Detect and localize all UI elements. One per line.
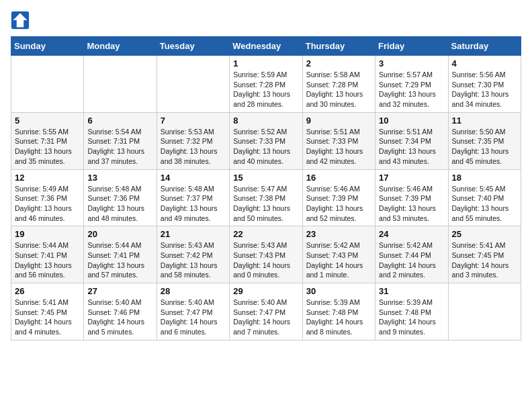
day-number: 16 <box>306 173 371 183</box>
day-number: 2 <box>306 58 371 68</box>
calendar-table: SundayMondayTuesdayWednesdayThursdayFrid… <box>11 36 521 340</box>
day-number: 11 <box>452 116 517 126</box>
day-info: Sunrise: 5:51 AM Sunset: 7:33 PM Dayligh… <box>306 127 371 167</box>
calendar-cell: 21Sunrise: 5:43 AM Sunset: 7:42 PM Dayli… <box>157 226 229 283</box>
logo <box>11 11 32 30</box>
day-number: 24 <box>379 229 444 239</box>
calendar-cell: 20Sunrise: 5:44 AM Sunset: 7:41 PM Dayli… <box>84 226 157 283</box>
day-info: Sunrise: 5:55 AM Sunset: 7:31 PM Dayligh… <box>15 127 80 167</box>
day-info: Sunrise: 5:44 AM Sunset: 7:41 PM Dayligh… <box>87 240 152 280</box>
day-info: Sunrise: 5:43 AM Sunset: 7:42 PM Dayligh… <box>161 240 226 280</box>
header-row: SundayMondayTuesdayWednesdayThursdayFrid… <box>11 37 521 56</box>
calendar-cell: 17Sunrise: 5:46 AM Sunset: 7:39 PM Dayli… <box>375 169 448 226</box>
calendar-cell: 18Sunrise: 5:45 AM Sunset: 7:40 PM Dayli… <box>448 169 521 226</box>
day-number: 3 <box>379 58 444 68</box>
day-number: 8 <box>233 116 298 126</box>
day-number: 25 <box>452 229 517 239</box>
calendar-cell: 14Sunrise: 5:48 AM Sunset: 7:37 PM Dayli… <box>157 169 229 226</box>
day-info: Sunrise: 5:54 AM Sunset: 7:31 PM Dayligh… <box>87 127 152 167</box>
calendar-cell: 24Sunrise: 5:42 AM Sunset: 7:44 PM Dayli… <box>375 226 448 283</box>
day-number: 30 <box>306 286 371 296</box>
day-number: 18 <box>452 173 517 183</box>
calendar-cell: 16Sunrise: 5:46 AM Sunset: 7:39 PM Dayli… <box>302 169 375 226</box>
header-cell-tuesday: Tuesday <box>157 37 229 56</box>
header-cell-sunday: Sunday <box>11 37 84 56</box>
header-cell-friday: Friday <box>375 37 448 56</box>
day-info: Sunrise: 5:39 AM Sunset: 7:48 PM Dayligh… <box>379 298 444 337</box>
calendar-cell <box>11 56 84 113</box>
day-number: 20 <box>87 229 152 239</box>
calendar-cell: 3Sunrise: 5:57 AM Sunset: 7:29 PM Daylig… <box>375 56 448 113</box>
day-number: 19 <box>15 229 80 239</box>
day-info: Sunrise: 5:46 AM Sunset: 7:39 PM Dayligh… <box>379 184 444 224</box>
week-row-5: 26Sunrise: 5:41 AM Sunset: 7:45 PM Dayli… <box>11 283 521 340</box>
day-number: 7 <box>161 116 226 126</box>
day-info: Sunrise: 5:51 AM Sunset: 7:34 PM Dayligh… <box>379 127 444 167</box>
calendar-cell: 11Sunrise: 5:50 AM Sunset: 7:35 PM Dayli… <box>448 112 521 169</box>
calendar-cell: 26Sunrise: 5:41 AM Sunset: 7:45 PM Dayli… <box>11 283 84 340</box>
day-info: Sunrise: 5:41 AM Sunset: 7:45 PM Dayligh… <box>452 240 517 280</box>
day-info: Sunrise: 5:45 AM Sunset: 7:40 PM Dayligh… <box>452 184 517 224</box>
day-info: Sunrise: 5:52 AM Sunset: 7:33 PM Dayligh… <box>233 127 298 167</box>
week-row-3: 12Sunrise: 5:49 AM Sunset: 7:36 PM Dayli… <box>11 169 521 226</box>
day-number: 9 <box>306 116 371 126</box>
day-number: 31 <box>379 286 444 296</box>
calendar-cell: 10Sunrise: 5:51 AM Sunset: 7:34 PM Dayli… <box>375 112 448 169</box>
calendar-cell <box>157 56 229 113</box>
day-number: 28 <box>161 286 226 296</box>
day-number: 15 <box>233 173 298 183</box>
calendar-cell: 25Sunrise: 5:41 AM Sunset: 7:45 PM Dayli… <box>448 226 521 283</box>
calendar-cell: 22Sunrise: 5:43 AM Sunset: 7:43 PM Dayli… <box>230 226 302 283</box>
day-info: Sunrise: 5:42 AM Sunset: 7:44 PM Dayligh… <box>379 240 444 280</box>
day-info: Sunrise: 5:48 AM Sunset: 7:37 PM Dayligh… <box>161 184 226 224</box>
day-number: 6 <box>87 116 152 126</box>
week-row-1: 1Sunrise: 5:59 AM Sunset: 7:28 PM Daylig… <box>11 56 521 113</box>
calendar-cell: 29Sunrise: 5:40 AM Sunset: 7:47 PM Dayli… <box>230 283 302 340</box>
day-number: 21 <box>161 229 226 239</box>
day-info: Sunrise: 5:46 AM Sunset: 7:39 PM Dayligh… <box>306 184 371 224</box>
calendar-cell: 27Sunrise: 5:40 AM Sunset: 7:46 PM Dayli… <box>84 283 157 340</box>
calendar-cell: 5Sunrise: 5:55 AM Sunset: 7:31 PM Daylig… <box>11 112 84 169</box>
day-number: 14 <box>161 173 226 183</box>
day-number: 23 <box>306 229 371 239</box>
page-header <box>11 11 521 30</box>
calendar-cell: 23Sunrise: 5:42 AM Sunset: 7:43 PM Dayli… <box>302 226 375 283</box>
calendar-cell: 19Sunrise: 5:44 AM Sunset: 7:41 PM Dayli… <box>11 226 84 283</box>
calendar-cell: 28Sunrise: 5:40 AM Sunset: 7:47 PM Dayli… <box>157 283 229 340</box>
day-info: Sunrise: 5:59 AM Sunset: 7:28 PM Dayligh… <box>233 70 298 109</box>
calendar-cell: 12Sunrise: 5:49 AM Sunset: 7:36 PM Dayli… <box>11 169 84 226</box>
day-info: Sunrise: 5:40 AM Sunset: 7:47 PM Dayligh… <box>233 298 298 337</box>
day-number: 4 <box>452 58 517 68</box>
calendar-cell: 31Sunrise: 5:39 AM Sunset: 7:48 PM Dayli… <box>375 283 448 340</box>
day-info: Sunrise: 5:57 AM Sunset: 7:29 PM Dayligh… <box>379 70 444 109</box>
day-info: Sunrise: 5:47 AM Sunset: 7:38 PM Dayligh… <box>233 184 298 224</box>
day-number: 29 <box>233 286 298 296</box>
day-number: 1 <box>233 58 298 68</box>
calendar-cell: 6Sunrise: 5:54 AM Sunset: 7:31 PM Daylig… <box>84 112 157 169</box>
calendar-cell <box>84 56 157 113</box>
day-number: 22 <box>233 229 298 239</box>
day-info: Sunrise: 5:44 AM Sunset: 7:41 PM Dayligh… <box>15 240 80 280</box>
calendar-cell: 13Sunrise: 5:48 AM Sunset: 7:36 PM Dayli… <box>84 169 157 226</box>
calendar-cell: 2Sunrise: 5:58 AM Sunset: 7:28 PM Daylig… <box>302 56 375 113</box>
day-info: Sunrise: 5:50 AM Sunset: 7:35 PM Dayligh… <box>452 127 517 167</box>
logo-icon <box>11 11 30 30</box>
day-number: 27 <box>87 286 152 296</box>
day-info: Sunrise: 5:49 AM Sunset: 7:36 PM Dayligh… <box>15 184 80 224</box>
week-row-2: 5Sunrise: 5:55 AM Sunset: 7:31 PM Daylig… <box>11 112 521 169</box>
header-cell-monday: Monday <box>84 37 157 56</box>
header-cell-thursday: Thursday <box>302 37 375 56</box>
calendar-cell: 1Sunrise: 5:59 AM Sunset: 7:28 PM Daylig… <box>230 56 302 113</box>
day-info: Sunrise: 5:56 AM Sunset: 7:30 PM Dayligh… <box>452 70 517 109</box>
header-cell-saturday: Saturday <box>448 37 521 56</box>
day-info: Sunrise: 5:42 AM Sunset: 7:43 PM Dayligh… <box>306 240 371 280</box>
calendar-cell: 4Sunrise: 5:56 AM Sunset: 7:30 PM Daylig… <box>448 56 521 113</box>
calendar-cell: 9Sunrise: 5:51 AM Sunset: 7:33 PM Daylig… <box>302 112 375 169</box>
day-number: 12 <box>15 173 80 183</box>
header-cell-wednesday: Wednesday <box>230 37 302 56</box>
calendar-cell: 30Sunrise: 5:39 AM Sunset: 7:48 PM Dayli… <box>302 283 375 340</box>
day-info: Sunrise: 5:41 AM Sunset: 7:45 PM Dayligh… <box>15 298 80 337</box>
day-info: Sunrise: 5:43 AM Sunset: 7:43 PM Dayligh… <box>233 240 298 280</box>
day-info: Sunrise: 5:58 AM Sunset: 7:28 PM Dayligh… <box>306 70 371 109</box>
calendar-header: SundayMondayTuesdayWednesdayThursdayFrid… <box>11 37 521 56</box>
